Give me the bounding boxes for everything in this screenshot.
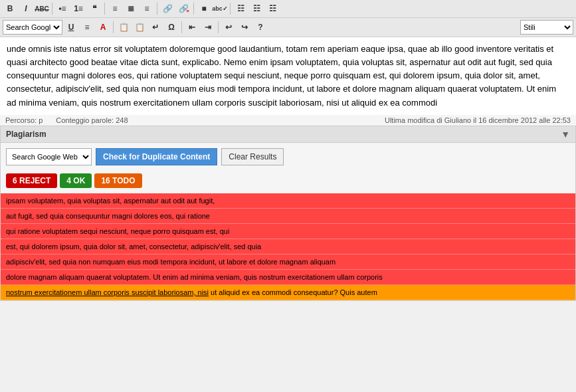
redo-button[interactable]: ↪ bbox=[237, 21, 252, 34]
italic-button[interactable]: I bbox=[19, 2, 33, 15]
underline-button[interactable]: U bbox=[64, 21, 78, 34]
separator-2 bbox=[104, 3, 105, 15]
separator-8 bbox=[218, 21, 219, 33]
path-label: Percorso: p bbox=[5, 116, 43, 124]
unlink-button[interactable]: 🔗× bbox=[176, 2, 191, 15]
word-count: Conteggio parole: 248 bbox=[56, 116, 128, 124]
result-item[interactable]: adipisciv'elit, sed quia non numquam eiu… bbox=[1, 254, 575, 270]
result-item[interactable]: dolore magnam aliquam quaerat voluptatem… bbox=[1, 270, 575, 285]
toolbar-second: Search Google Web Titolo 1 Titolo 2 U ≡ … bbox=[0, 18, 576, 37]
plagiarism-panel: Plagiarism ▼ Search Google Web Search Bi… bbox=[0, 126, 576, 301]
last-modified: Ultima modifica di Giuliano il 16 dicemb… bbox=[385, 116, 571, 124]
result-item[interactable]: est, qui dolorem ipsum, quia dolor sit, … bbox=[1, 239, 575, 254]
editor-wrapper: unde omnis iste natus error sit voluptat… bbox=[0, 37, 576, 115]
ordered-list-button[interactable]: 1≡ bbox=[71, 2, 86, 15]
align-left-button[interactable]: ≡ bbox=[108, 2, 122, 15]
table2-button[interactable]: ☷ bbox=[249, 2, 264, 15]
reject-badge: 6 REJECT bbox=[6, 173, 57, 188]
results-list: ipsam voluptatem, quia voluptas sit, asp… bbox=[1, 193, 575, 300]
spell-check-button[interactable]: abc✓ bbox=[213, 2, 227, 15]
paste-plain-button[interactable]: 📋 bbox=[132, 21, 147, 34]
special-char-button[interactable]: ↵ bbox=[148, 21, 163, 34]
ok-badge: 4 OK bbox=[60, 173, 92, 188]
separator-7 bbox=[181, 21, 182, 33]
font-color-button[interactable]: A bbox=[96, 21, 110, 34]
separator-4 bbox=[193, 3, 194, 15]
omega-button[interactable]: Ω bbox=[164, 21, 179, 34]
align-right-button[interactable]: ≡ bbox=[140, 2, 154, 15]
bold-button[interactable]: B bbox=[3, 2, 17, 15]
table-button[interactable]: ☷ bbox=[233, 2, 248, 15]
link-button[interactable]: 🔗 bbox=[160, 2, 175, 15]
todo-badge: 16 TODO bbox=[94, 173, 142, 188]
separator-1 bbox=[52, 3, 52, 15]
help-button[interactable]: ? bbox=[253, 21, 268, 34]
status-bar: Percorso: p Conteggio parole: 248 Ultima… bbox=[0, 115, 576, 126]
indent-right-button[interactable]: ⇥ bbox=[201, 21, 215, 34]
justify-button[interactable]: ≡ bbox=[80, 21, 94, 34]
separator-6 bbox=[113, 21, 114, 33]
search-select[interactable]: Search Google Web Search Bing Search Yah… bbox=[6, 148, 92, 165]
result-item[interactable]: ipsam voluptatem, quia voluptas sit, asp… bbox=[1, 193, 575, 209]
clear-results-button[interactable]: Clear Results bbox=[221, 148, 284, 165]
image-button[interactable]: ■ bbox=[197, 2, 211, 15]
stili-select[interactable]: Stili Stile 1 bbox=[520, 20, 573, 35]
paste-button[interactable]: 📋 bbox=[116, 21, 131, 34]
align-center-button[interactable]: ≣ bbox=[124, 2, 138, 15]
plagiarism-controls: Search Google Web Search Bing Search Yah… bbox=[1, 143, 575, 171]
blockquote-button[interactable]: ❝ bbox=[87, 2, 102, 15]
collapse-icon[interactable]: ▼ bbox=[561, 129, 570, 140]
result-item[interactable]: nostrum exercitationem ullam corporis su… bbox=[1, 285, 575, 300]
unordered-list-button[interactable]: •≡ bbox=[55, 2, 70, 15]
result-item[interactable]: aut fugit, sed quia consequuntur magni d… bbox=[1, 209, 575, 224]
check-duplicate-button[interactable]: Check for Duplicate Content bbox=[96, 148, 217, 165]
badges: 6 REJECT 4 OK 16 TODO bbox=[1, 171, 575, 193]
result-item[interactable]: qui ratione voluptatem sequi nesciunt, n… bbox=[1, 224, 575, 239]
plagiarism-header: Plagiarism ▼ bbox=[1, 126, 575, 143]
media-button[interactable]: ☷ bbox=[265, 2, 280, 15]
indent-left-button[interactable]: ⇤ bbox=[185, 21, 199, 34]
undo-button[interactable]: ↩ bbox=[221, 21, 236, 34]
separator-5 bbox=[230, 3, 231, 15]
paragraph-select[interactable]: Search Google Web Titolo 1 Titolo 2 bbox=[3, 20, 62, 35]
plagiarism-title: Plagiarism bbox=[6, 130, 47, 139]
strikethrough-button[interactable]: ABC bbox=[35, 2, 49, 15]
toolbar-top: B I ABC •≡ 1≡ ❝ ≡ ≣ ≡ 🔗 🔗× ■ abc✓ ☷ ☷ ☷ bbox=[0, 0, 576, 18]
separator-3 bbox=[157, 3, 157, 15]
editor-content[interactable]: unde omnis iste natus error sit voluptat… bbox=[0, 37, 576, 115]
